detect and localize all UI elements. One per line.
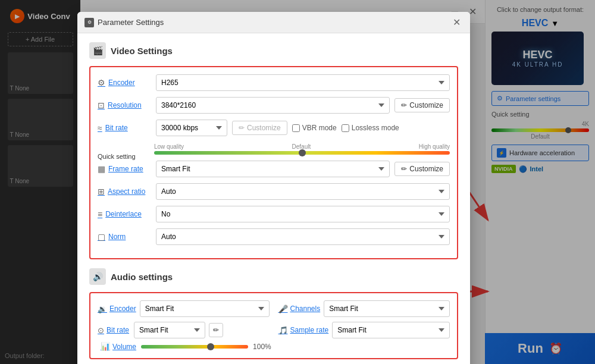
sample-rate-label-text: Sample rate <box>290 326 329 334</box>
dialog-title-icon: ⚙ <box>84 18 94 27</box>
deinterlace-select[interactable]: No <box>156 206 450 222</box>
aspect-label[interactable]: ⊞ Aspect ratio <box>98 187 151 196</box>
quick-setting-text: Quick setting <box>98 153 136 160</box>
audio-bitrate-label[interactable]: ⊙ Bit rate <box>98 326 130 335</box>
volume-label-text: Volume <box>112 343 136 351</box>
aspect-select[interactable]: Auto <box>156 183 450 200</box>
volume-thumb <box>207 343 214 350</box>
audio-settings-header: 🔊 Audio settings <box>89 268 458 285</box>
lossless-label: Lossless mode <box>352 124 399 132</box>
video-settings-title: Video Settings <box>111 46 173 56</box>
bitrate-icon: ≈ <box>98 123 102 133</box>
deinterlace-label[interactable]: ≡ Deinterlace <box>98 209 151 219</box>
quality-low-label: Low quality <box>154 143 184 150</box>
audio-grid: 🔉 Encoder Smart Fit 🎤 Channels <box>98 300 450 338</box>
framerate-row: ▦ Frame rate Smart Fit ✏ Customize <box>98 161 450 177</box>
resolution-row: ⊡ Resolution 3840*2160 ✏ Customize <box>98 97 450 114</box>
bitrate-slider-container: Quick setting Low quality Default High q… <box>98 143 450 155</box>
audio-bitrate-label-text: Bit rate <box>107 326 129 334</box>
deinterlace-icon: ≡ <box>98 209 102 219</box>
framerate-label[interactable]: ▦ Frame rate <box>98 164 151 174</box>
dialog-title-text: Parameter Settings <box>98 18 164 27</box>
audio-encoder-row: 🔉 Encoder Smart Fit <box>98 300 270 317</box>
framerate-pencil-icon: ✏ <box>401 165 407 173</box>
volume-row: 📊 Volume 100% <box>98 342 450 351</box>
encoder-select[interactable]: H265 H264 <box>156 74 450 91</box>
audio-settings-title: Audio settings <box>111 272 173 282</box>
norm-row: ▢ Norm Auto <box>98 228 450 245</box>
vbr-label: VBR mode <box>302 124 337 132</box>
customize-label: Customize <box>409 101 443 109</box>
channels-select[interactable]: Smart Fit <box>324 300 450 317</box>
sample-rate-label[interactable]: 🎵 Sample rate <box>278 326 329 335</box>
dialog-titlebar: ⚙ Parameter Settings ✕ <box>77 12 470 33</box>
bitrate-top: ≈ Bit rate 30000 kbps ✏ Customize VBR mo… <box>98 120 450 136</box>
audio-bitrate-edit-button[interactable]: ✏ <box>209 323 223 337</box>
volume-label[interactable]: 📊 Volume <box>101 342 136 351</box>
channels-icon: 🎤 <box>278 305 288 313</box>
audio-bitrate-select[interactable]: Smart Fit <box>134 322 205 338</box>
norm-select[interactable]: Auto <box>156 228 450 245</box>
deinterlace-row: ≡ Deinterlace No <box>98 206 450 222</box>
framerate-customize-button[interactable]: ✏ Customize <box>394 162 450 176</box>
dialog-close-button[interactable]: ✕ <box>450 17 463 28</box>
bitrate-customize-label: Customize <box>247 124 281 132</box>
channels-row: 🎤 Channels Smart Fit <box>278 300 450 317</box>
framerate-customize-label: Customize <box>409 165 443 173</box>
bitrate-label[interactable]: ≈ Bit rate <box>98 123 151 133</box>
dialog-title: ⚙ Parameter Settings <box>84 18 164 27</box>
bitrate-label-text: Bit rate <box>105 124 128 132</box>
channels-label[interactable]: 🎤 Channels <box>278 305 321 313</box>
audio-settings-box: 🔉 Encoder Smart Fit 🎤 Channels <box>89 292 458 359</box>
quality-high-label: High quality <box>419 143 450 150</box>
aspect-icon: ⊞ <box>98 187 105 196</box>
volume-slider[interactable] <box>141 345 248 349</box>
vbr-checkbox-label: VBR mode <box>292 124 337 132</box>
norm-icon: ▢ <box>98 232 105 241</box>
audio-encoder-label-text: Encoder <box>109 305 136 313</box>
resolution-customize-button[interactable]: ✏ Customize <box>394 98 450 112</box>
deinterlace-label-text: Deinterlace <box>105 210 142 218</box>
video-section-icon: 🎬 <box>89 42 106 59</box>
channels-label-text: Channels <box>290 305 321 313</box>
encoder-label-text: Encoder <box>108 79 135 87</box>
volume-icon: 📊 <box>101 342 110 351</box>
encoder-row: ⚙ Encoder H265 H264 <box>98 74 450 91</box>
framerate-icon: ▦ <box>98 164 105 174</box>
lossless-checkbox-label: Lossless mode <box>342 124 399 132</box>
audio-bitrate-row: ⊙ Bit rate Smart Fit ✏ <box>98 322 270 338</box>
audio-section: 🔊 Audio settings 🔉 Encoder Smart Fit <box>89 268 458 359</box>
parameter-settings-dialog: ⚙ Parameter Settings ✕ 🎬 Video Settings … <box>77 12 470 364</box>
aspect-label-text: Aspect ratio <box>108 187 145 196</box>
quality-thumb <box>299 149 306 156</box>
resolution-select[interactable]: 3840*2160 <box>156 97 390 114</box>
audio-encoder-label[interactable]: 🔉 Encoder <box>98 305 136 313</box>
bitrate-customize-button[interactable]: ✏ Customize <box>232 121 287 135</box>
audio-encoder-icon: 🔉 <box>98 305 107 313</box>
audio-encoder-select[interactable]: Smart Fit <box>140 300 270 317</box>
encoder-label[interactable]: ⚙ Encoder <box>98 78 151 87</box>
framerate-select[interactable]: Smart Fit <box>156 161 390 177</box>
quality-slider[interactable] <box>154 151 450 155</box>
audio-section-icon: 🔊 <box>89 268 106 285</box>
norm-label-text: Norm <box>108 233 126 241</box>
audio-bitrate-icon: ⊙ <box>98 326 104 335</box>
vbr-checkbox[interactable] <box>292 124 300 132</box>
norm-label[interactable]: ▢ Norm <box>98 232 151 241</box>
lossless-checkbox[interactable] <box>342 124 349 132</box>
resolution-label-text: Resolution <box>108 101 142 109</box>
volume-pct: 100% <box>253 343 271 351</box>
aspect-row: ⊞ Aspect ratio Auto <box>98 183 450 200</box>
sample-rate-icon: 🎵 <box>278 326 288 335</box>
sample-rate-select[interactable]: Smart Fit <box>332 322 450 338</box>
dialog-body: 🎬 Video Settings ⚙ Encoder H265 H264 ⊡ <box>77 33 470 364</box>
bitrate-pencil-icon: ✏ <box>239 124 245 132</box>
video-settings-box: ⚙ Encoder H265 H264 ⊡ Resolution 3840*21… <box>89 66 458 259</box>
customize-pencil-icon: ✏ <box>401 101 407 109</box>
framerate-label-text: Frame rate <box>108 165 143 173</box>
encoder-icon: ⚙ <box>98 78 105 87</box>
sample-rate-row: 🎵 Sample rate Smart Fit <box>278 322 450 338</box>
resolution-icon: ⊡ <box>98 101 105 110</box>
bitrate-select[interactable]: 30000 kbps <box>156 120 227 136</box>
resolution-label[interactable]: ⊡ Resolution <box>98 101 151 110</box>
